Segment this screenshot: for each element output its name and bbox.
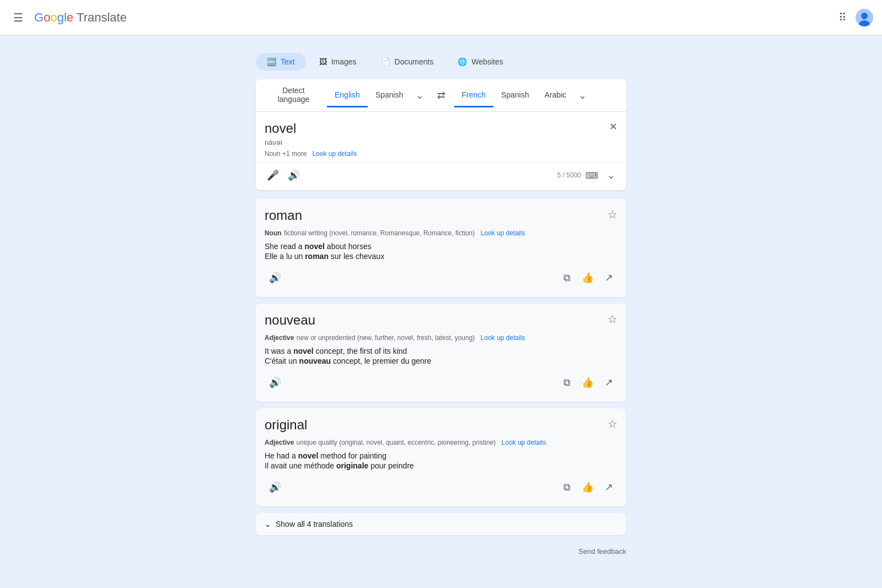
example-fr-0: Elle a lu un roman sur les chevaux <box>265 252 617 261</box>
example-fr-1: C'était un nouveau concept, le premier d… <box>265 357 617 365</box>
example-en-bold-2: novel <box>298 451 319 460</box>
example-en-1: It was a novel concept, the first of its… <box>265 347 617 355</box>
documents-tab-icon: 📄 <box>381 57 390 66</box>
translation-card-1: nouveau ☆ Adjective new or unpredented (… <box>256 304 626 402</box>
translation-word-2: original <box>265 417 617 433</box>
copy-button-0[interactable]: ⧉ <box>559 268 575 288</box>
tab-websites[interactable]: 🌐 Websites <box>447 53 514 71</box>
grid-icon[interactable]: ⠿ <box>834 7 851 29</box>
target-lang-bar: French Spanish Arabic ⌄ <box>454 84 622 107</box>
lookup-details-link[interactable]: Look up details <box>312 150 357 158</box>
char-count: 5 / 5000 <box>557 171 581 179</box>
example-en-bold-0: novel <box>304 242 325 251</box>
source-lang-bar: Detect language English Spanish ⌄ <box>260 79 428 111</box>
card-speaker-button-0[interactable]: 🔊 <box>265 267 286 288</box>
speaker-icon: 🔊 <box>288 170 300 181</box>
translate-container: 🔤 Text 🖼 Images 📄 Documents 🌐 Websites D… <box>256 53 626 570</box>
tab-documents[interactable]: 📄 Documents <box>370 53 445 71</box>
feedback-link[interactable]: Send feedback <box>578 547 626 555</box>
main-content: 🔤 Text 🖼 Images 📄 Documents 🌐 Websites D… <box>0 35 882 588</box>
translation-pos-2: Adjective <box>265 439 294 446</box>
svg-point-1 <box>861 13 868 19</box>
lang-btn-spanish-target[interactable]: Spanish <box>493 84 537 107</box>
text-tab-icon: 🔤 <box>267 57 276 66</box>
keyboard-button[interactable]: ⌨ <box>581 168 603 183</box>
input-bottom-bar: 🎤 🔊 5 / 5000 ⌨ ⌄ <box>256 162 626 190</box>
lang-btn-arabic[interactable]: Arabic <box>537 84 574 107</box>
card-actions-1: 🔊 ⧉ 👍 ↗ <box>265 372 617 393</box>
tab-documents-label: Documents <box>395 57 434 66</box>
thumbup-button-1[interactable]: 👍 <box>577 372 598 393</box>
logo-o2: o <box>50 10 57 25</box>
target-lang-chevron[interactable]: ⌄ <box>574 85 591 106</box>
tabs-row: 🔤 Text 🖼 Images 📄 Documents 🌐 Websites <box>256 53 626 71</box>
input-phonetic: nävəl <box>265 138 617 147</box>
star-button-0[interactable]: ☆ <box>605 206 620 223</box>
translation-word-1: nouveau <box>265 312 617 328</box>
share-button-0[interactable]: ↗ <box>600 267 617 288</box>
translation-synonyms-1: new or unpredented (new, further, novel,… <box>297 334 475 342</box>
card-actions-0: 🔊 ⧉ 👍 ↗ <box>265 267 617 288</box>
share-button-1[interactable]: ↗ <box>600 372 617 393</box>
translation-cards: roman ☆ Noun fictional writing (novel, r… <box>256 199 626 506</box>
translation-lookup-link-1[interactable]: Look up details <box>481 334 525 342</box>
thumbup-button-2[interactable]: 👍 <box>577 477 598 498</box>
logo-translate: Translate <box>77 10 127 25</box>
lang-btn-english[interactable]: English <box>327 84 368 107</box>
input-meta-text: Noun +1 more <box>265 150 306 158</box>
websites-tab-icon: 🌐 <box>458 57 467 66</box>
speaker-button[interactable]: 🔊 <box>283 165 304 186</box>
source-lang-chevron[interactable]: ⌄ <box>411 85 428 106</box>
copy-button-1[interactable]: ⧉ <box>559 373 575 393</box>
show-all-icon: ⌄ <box>265 520 271 528</box>
translation-synonyms-2: unique quality (original, novel, quaint,… <box>297 439 496 446</box>
star-button-2[interactable]: ☆ <box>605 415 620 433</box>
avatar[interactable] <box>856 9 873 26</box>
translation-lookup-link-0[interactable]: Look up details <box>481 229 525 237</box>
translation-pos-1: Adjective <box>265 334 294 342</box>
translation-pos-row-0: Noun fictional writing (novel, romance, … <box>265 228 617 238</box>
card-speaker-button-1[interactable]: 🔊 <box>265 372 286 393</box>
menu-icon[interactable]: ☰ <box>9 7 28 29</box>
translation-lookup-link-2[interactable]: Look up details <box>502 439 546 446</box>
copy-button-2[interactable]: ⧉ <box>559 477 575 498</box>
logo[interactable]: Google Translate <box>34 10 127 25</box>
swap-languages-button[interactable]: ⇄ <box>428 85 454 106</box>
example-fr-bold-2: originale <box>336 461 368 470</box>
example-en-bold-1: novel <box>293 347 314 355</box>
lang-btn-spanish-source[interactable]: Spanish <box>368 84 411 107</box>
translation-card-2: original ☆ Adjective unique quality (ori… <box>256 408 626 506</box>
translation-pos-row-1: Adjective new or unpredented (new, furth… <box>265 332 617 342</box>
tab-websites-label: Websites <box>471 57 503 66</box>
example-en-2: He had a novel method for painting <box>265 451 617 460</box>
show-all-label: Show all 4 translations <box>276 520 353 528</box>
translation-pos-row-2: Adjective unique quality (original, nove… <box>265 437 617 447</box>
tab-text-label: Text <box>281 57 295 66</box>
lang-btn-detect[interactable]: Detect language <box>260 79 327 112</box>
lang-btn-french[interactable]: French <box>454 84 494 107</box>
logo-o1: o <box>44 10 50 25</box>
tab-text[interactable]: 🔤 Text <box>256 53 306 71</box>
card-actions-2: 🔊 ⧉ 👍 ↗ <box>265 477 617 498</box>
input-meta: Noun +1 more Look up details <box>265 150 617 158</box>
header: ☰ Google Translate ⠿ <box>0 0 882 35</box>
translation-word-0: roman <box>265 208 617 223</box>
example-fr-bold-1: nouveau <box>299 357 331 365</box>
logo-g: G <box>34 10 44 25</box>
logo-google: Google <box>34 10 73 25</box>
thumbup-button-0[interactable]: 👍 <box>577 267 598 288</box>
microphone-button[interactable]: 🎤 <box>262 165 283 186</box>
card-speaker-button-2[interactable]: 🔊 <box>265 477 286 498</box>
tab-images[interactable]: 🖼 Images <box>308 53 368 71</box>
tab-images-label: Images <box>331 57 357 66</box>
input-chevron-button[interactable]: ⌄ <box>603 165 620 186</box>
star-button-1[interactable]: ☆ <box>605 310 620 328</box>
header-left: ☰ Google Translate <box>9 7 127 29</box>
translation-pos-0: Noun <box>265 229 282 237</box>
share-button-2[interactable]: ↗ <box>600 477 617 498</box>
language-bar: Detect language English Spanish ⌄ ⇄ Fren… <box>256 79 626 112</box>
show-all-translations-row[interactable]: ⌄ Show all 4 translations <box>256 513 626 535</box>
close-input-button[interactable]: ✕ <box>607 118 620 135</box>
images-tab-icon: 🖼 <box>319 57 327 66</box>
input-word: novel <box>265 121 617 136</box>
